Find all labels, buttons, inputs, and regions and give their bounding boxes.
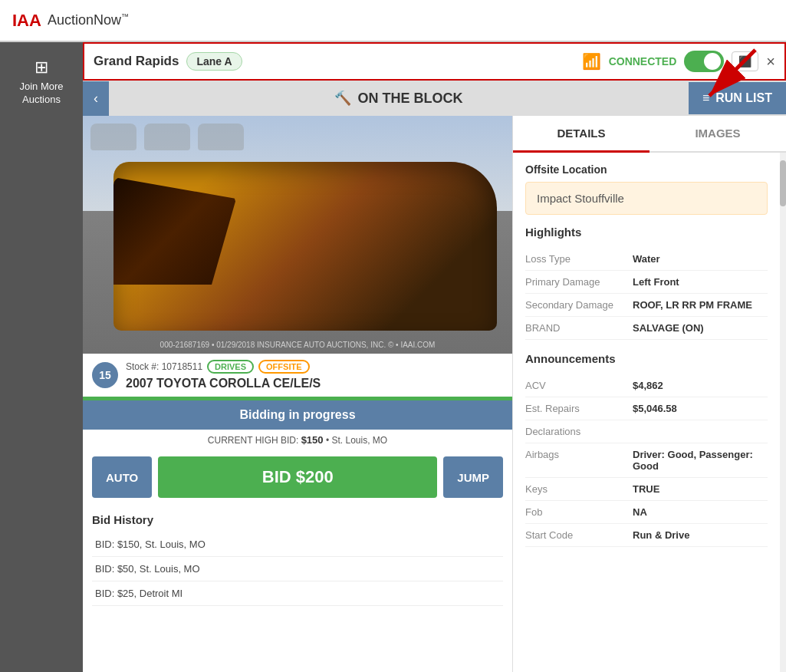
loss-type-label: Loss Type [525,253,633,265]
location-group: Grand Rapids Lane A [94,52,242,71]
lane-badge: Lane A [186,52,242,71]
sidebar: ⊞ Join More Auctions [0,42,83,672]
panel-content: Offsite Location Impact Stouffville High… [513,153,780,672]
car-body [113,162,497,331]
bid-history-title: Bid History [92,513,503,526]
run-list-button[interactable]: ≡ RUN LIST [689,82,786,114]
est-repairs-label: Est. Repairs [525,403,633,414]
middle-section: 000-21687169 • 01/29/2018 INSURANCE AUTO… [83,116,786,672]
primary-damage-value: Left Front [633,276,679,288]
vehicle-name: 2007 TOYOTA COROLLA CE/LE/S [126,377,321,390]
keys-value: TRUE [633,483,659,495]
car-damage-area [113,177,236,285]
start-code-value: Run & Drive [633,529,689,541]
connection-group: 📶 CONNECTED ⬛ × [582,51,775,72]
detail-row-secondary-damage: Secondary Damage ROOF, LR RR PM FRAME [525,294,768,317]
audio-toggle[interactable] [684,51,724,72]
image-watermark: 000-21687169 • 01/29/2018 INSURANCE AUTO… [160,341,436,349]
keys-label: Keys [525,483,633,495]
detail-row-airbags: Airbags Driver: Good, Passenger: Good [525,443,768,478]
brand-value: SALVAGE (ON) [633,322,704,334]
declarations-label: Declarations [525,426,633,437]
highlights-section-title: Highlights [525,226,768,239]
detail-row-start-code: Start Code Run & Drive [525,524,768,547]
run-list-icon: ≡ [702,91,709,105]
screen-button[interactable]: ⬛ [732,51,758,71]
hammer-icon: 🔨 [334,90,351,107]
bg-car-3 [198,124,244,150]
detail-row-fob: Fob NA [525,501,768,524]
app-name: AuctionNow™ [48,12,129,28]
detail-row-declarations: Declarations [525,420,768,443]
lot-number: 15 [92,362,118,388]
current-bid-line: CURRENT HIGH BID: $150 • St. Louis, MO [83,430,512,450]
primary-damage-label: Primary Damage [525,276,633,288]
stock-number: Stock #: 10718511 [126,361,202,372]
top-bar: IAA AuctionNow™ [0,0,786,42]
airbags-value: Driver: Good, Passenger: Good [633,449,768,472]
bid-history: Bid History BID: $150, St. Louis, MO BID… [83,504,512,672]
bid-buttons: AUTO BID $200 JUMP [83,450,512,504]
car-image: 000-21687169 • 01/29/2018 INSURANCE AUTO… [83,116,512,354]
jump-bid-button[interactable]: JUMP [443,456,503,498]
announcements-section-title: Announcements [525,352,768,365]
back-button[interactable]: ‹ [83,81,109,116]
fob-label: Fob [525,506,633,518]
on-the-block-bar: ‹ 🔨 ON THE BLOCK ≡ RUN LIST [83,81,786,116]
grid-icon: ⊞ [35,58,48,77]
close-button[interactable]: × [766,53,775,71]
start-code-label: Start Code [525,529,633,541]
main-layout: ⊞ Join More Auctions Grand Rapids Lane A… [0,42,786,672]
join-label: Join More Auctions [6,81,77,107]
bg-car-2 [144,124,190,150]
scrollbar-track[interactable] [780,153,786,672]
detail-row-loss-type: Loss Type Water [525,248,768,271]
announcement-rows: ACV $4,862 Est. Repairs $5,046.58 Declar… [525,374,768,547]
vehicle-info-bar: 15 Stock #: 10718511 DRIVES OFFSITE 2007… [83,354,512,397]
bid-item-3: BID: $25, Detroit MI [92,581,503,606]
secondary-damage-value: ROOF, LR RR PM FRAME [633,299,752,311]
acv-label: ACV [525,380,633,391]
bid-item-2: BID: $50, St. Louis, MO [92,557,503,581]
offsite-location-label: Offsite Location [525,163,768,176]
current-bid-amount: $150 [301,434,324,446]
est-repairs-value: $5,046.58 [633,403,677,414]
detail-row-brand: BRAND SALVAGE (ON) [525,317,768,340]
bid-button[interactable]: BID $200 [158,456,437,498]
bid-item-1: BID: $150, St. Louis, MO [92,532,503,557]
vehicle-details: Stock #: 10718511 DRIVES OFFSITE 2007 TO… [126,360,321,390]
bidding-banner: Bidding in progress [83,400,512,430]
offsite-badge: OFFSITE [258,360,309,374]
content-area: Grand Rapids Lane A 📶 CONNECTED ⬛ × ‹ 🔨 … [83,42,786,672]
tab-images[interactable]: IMAGES [650,116,786,151]
wifi-icon: 📶 [582,52,601,71]
iaa-logo: IAA [12,11,41,31]
scrollbar-thumb[interactable] [780,160,786,206]
airbags-label: Airbags [525,449,633,472]
fob-value: NA [633,506,647,518]
connection-status-text: CONNECTED [609,55,677,68]
auction-header: Grand Rapids Lane A 📶 CONNECTED ⬛ × [83,42,786,81]
left-panel: 000-21687169 • 01/29/2018 INSURANCE AUTO… [83,116,512,672]
right-panel: DETAILS IMAGES Offsite Location Impact S… [512,116,786,672]
toggle-knob [704,53,721,70]
brand-label: BRAND [525,322,633,334]
location-text: Grand Rapids [94,54,179,69]
detail-row-est-repairs: Est. Repairs $5,046.58 [525,397,768,420]
tabs: DETAILS IMAGES [513,116,786,153]
acv-value: $4,862 [633,380,663,391]
drives-badge: DRIVES [207,360,254,374]
on-the-block-title: 🔨 ON THE BLOCK [109,81,689,116]
bg-car-1 [90,124,136,150]
detail-row-acv: ACV $4,862 [525,374,768,397]
offsite-location-value: Impact Stouffville [525,182,768,215]
current-bid-label: CURRENT HIGH BID: [208,435,298,446]
secondary-damage-label: Secondary Damage [525,299,633,311]
detail-row-primary-damage: Primary Damage Left Front [525,271,768,294]
tab-details[interactable]: DETAILS [513,116,650,153]
car-scene [83,116,512,354]
join-more-auctions-button[interactable]: ⊞ Join More Auctions [0,51,83,113]
auto-bid-button[interactable]: AUTO [92,456,152,498]
highlights-rows: Loss Type Water Primary Damage Left Fron… [525,248,768,340]
detail-row-keys: Keys TRUE [525,478,768,501]
